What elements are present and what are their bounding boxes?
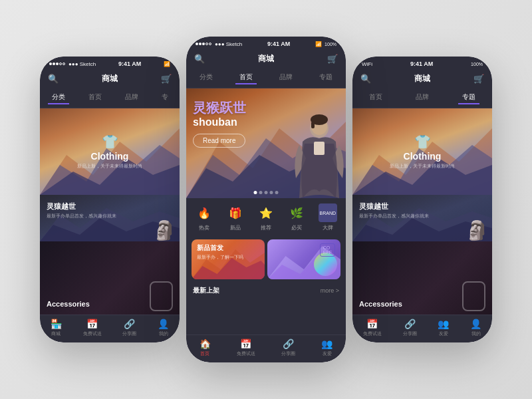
wifi-text-right: WiFi: [362, 61, 372, 67]
second-banner-left: 灵猿越世 最新手办单品首发，感兴趣你就来 🗿: [40, 195, 180, 241]
home-icon-center: 🏠: [200, 338, 211, 349]
tab-brand-left[interactable]: 品牌: [121, 91, 142, 104]
wifi-icon-center: 📶: [315, 41, 322, 47]
nav-bar-right: 🔍 商城 🛒: [352, 70, 492, 88]
tab-special-center[interactable]: 专题: [315, 71, 336, 84]
cart-icon-right[interactable]: 🛒: [473, 74, 484, 84]
bottom-tab-shop-left[interactable]: 🏪 商城: [51, 319, 62, 337]
tab-home-left[interactable]: 首页: [84, 91, 106, 104]
bottom-tab-bar-right: 📅 免费试送 🔗 分享圈 👥 友爱 👤 我的: [352, 315, 492, 342]
bottom-tab-bar-left: 🏪 商城 📅 免费试送 🔗 分享圈 👤 我的: [40, 315, 180, 342]
new-label: 新品: [230, 224, 241, 231]
accessories-banner-left: Accessories: [40, 241, 180, 315]
accessories-banner-right: Accessories: [352, 241, 492, 315]
status-bar-left: ●●● Sketch 9:41 AM 📶: [40, 57, 180, 70]
search-icon-center[interactable]: 🔍: [194, 54, 205, 64]
bottom-tab-friends-center[interactable]: 👥 友爱: [321, 338, 332, 357]
brand-label: 大牌: [323, 224, 333, 231]
clothing-overlay-right: 👕 Clothing 新品上新，关于未来得最新时尚: [352, 108, 492, 195]
tab-category-center[interactable]: 分类: [196, 71, 217, 84]
free-label-right: 免费试送: [363, 331, 382, 337]
bottom-tab-share-center[interactable]: 🔗 分享圈: [281, 338, 295, 357]
second-chinese-right: 灵猿越世: [359, 201, 429, 211]
quick-icon-hot[interactable]: 🔥 热卖: [195, 203, 213, 231]
carrier-left: ●●● Sketch: [68, 61, 96, 67]
tab-bar-top-left: 分类 首页 品牌 专: [40, 88, 180, 108]
bottom-tab-share-right[interactable]: 🔗 分享圈: [403, 319, 417, 337]
tab-home-center[interactable]: 首页: [235, 71, 257, 84]
bottom-tab-free-right[interactable]: 📅 免费试送: [363, 319, 382, 337]
figure-small-right: 🗿: [466, 219, 489, 241]
time-right: 9:41 AM: [410, 61, 433, 67]
quick-icon-must[interactable]: 🌿 必买: [287, 203, 306, 231]
home-label-center: 首页: [200, 350, 209, 357]
phone-left: ●●● Sketch 9:41 AM 📶 🔍 商城 🛒 分类 首页 品牌: [40, 57, 180, 342]
phone-center: ●●● Sketch 9:41 AM 📶 100% 🔍 商城 🛒 分类 首页: [186, 37, 346, 362]
hot-label: 热卖: [199, 224, 209, 231]
banner-english-center: shouban: [193, 116, 246, 128]
friends-label-right: 友爱: [439, 331, 448, 337]
pb-title-new: 新品首发: [197, 243, 259, 253]
quick-icon-brand[interactable]: BRAND 大牌: [319, 203, 337, 231]
hero-banner-center: 灵猴跃世 shouban Read more: [186, 88, 346, 198]
bottom-tab-user-left[interactable]: 👤 我的: [158, 319, 169, 337]
search-icon-right[interactable]: 🔍: [360, 74, 371, 84]
must-label: 必买: [291, 224, 302, 231]
product-banner-new[interactable]: 新品首发 最新手办，了解一下吗: [192, 239, 265, 279]
acc-text-left: Accessories: [47, 300, 90, 308]
clothing-title-right: Clothing: [404, 151, 442, 162]
watch-deco-left: [150, 281, 173, 311]
section-more-center[interactable]: more >: [321, 287, 339, 294]
cal-label-left: 免费试送: [83, 331, 102, 337]
share-label-center: 分享圈: [281, 350, 295, 357]
wifi-icon-left: 📶: [164, 61, 170, 67]
cart-icon-center[interactable]: 🛒: [327, 54, 338, 64]
new-icon: 🎁: [226, 203, 245, 222]
hot-icon: 🔥: [195, 203, 213, 222]
bottom-tab-user-right[interactable]: 👤 我的: [470, 319, 481, 337]
tab-special-right[interactable]: 专题: [458, 91, 479, 104]
figure-small-left: 🗿: [153, 219, 176, 241]
bottom-tab-home-center[interactable]: 🏠 首页: [200, 338, 211, 357]
banner-chinese-center: 灵猴跃世: [193, 100, 246, 115]
second-sub-left: 最新手办单品首发，感兴趣你就来: [47, 213, 116, 219]
phone-right: WiFi 9:41 AM 100% 🔍 商城 🛒 首页 品牌 专题: [352, 57, 492, 342]
share-label-left: 分享圈: [122, 331, 136, 337]
read-more-button[interactable]: Read more: [193, 134, 245, 148]
pb-sub-new: 最新手办，了解一下吗: [197, 254, 259, 261]
nav-bar-left: 🔍 商城 🛒: [40, 70, 180, 88]
bottom-tab-free-center[interactable]: 📅 免费试送: [237, 338, 255, 357]
search-icon-left[interactable]: 🔍: [48, 74, 59, 84]
quick-icon-recommend[interactable]: ⭐ 推荐: [257, 203, 275, 231]
tab-home-right[interactable]: 首页: [365, 91, 386, 104]
friends-icon-right: 👥: [438, 319, 449, 329]
user-icon-right: 👤: [470, 319, 481, 329]
nav-bar-center: 🔍 商城 🛒: [186, 50, 346, 68]
tab-brand-right[interactable]: 品牌: [412, 91, 433, 104]
cart-icon-left[interactable]: 🛒: [161, 74, 172, 84]
product-banner-co[interactable]: COEFF: [267, 239, 340, 279]
user-icon-left: 👤: [158, 319, 169, 329]
cal-icon-left: 📅: [86, 319, 98, 329]
status-bar-center: ●●● Sketch 9:41 AM 📶 100%: [186, 37, 346, 50]
recommend-icon: ⭐: [257, 203, 275, 222]
second-banner-text-left: 灵猿越世 最新手办单品首发，感兴趣你就来: [47, 201, 116, 219]
quick-icon-new[interactable]: 🎁 新品: [226, 203, 245, 231]
bottom-tab-friends-right[interactable]: 👥 友爱: [438, 319, 449, 337]
tab-bar-top-center: 分类 首页 品牌 专题: [186, 68, 346, 88]
quick-icons-center: 🔥 热卖 🎁 新品 ⭐ 推荐 🌿 必买 BRAND 大牌: [186, 198, 346, 237]
hero-banner-right: 👕 Clothing 新品上新，关于未来得最新时尚: [352, 108, 492, 195]
dot-3: [265, 191, 268, 194]
tab-category-left[interactable]: 分类: [48, 91, 69, 104]
user-label-left: 我的: [159, 331, 168, 337]
friends-label-center: 友爱: [323, 350, 332, 357]
tab-brand-center[interactable]: 品牌: [275, 71, 297, 84]
share-icon-center: 🔗: [283, 338, 294, 349]
scene: ●●● Sketch 9:41 AM 📶 🔍 商城 🛒 分类 首页 品牌: [0, 0, 532, 399]
tab-bar-top-right: 首页 品牌 专题: [352, 88, 492, 108]
share-icon-left: 🔗: [124, 319, 135, 329]
tab-special-left[interactable]: 专: [158, 91, 172, 104]
bottom-tab-cal-left[interactable]: 📅 免费试送: [83, 319, 102, 337]
nav-title-right: 商城: [414, 73, 430, 84]
bottom-tab-share-left[interactable]: 🔗 分享圈: [122, 319, 136, 337]
